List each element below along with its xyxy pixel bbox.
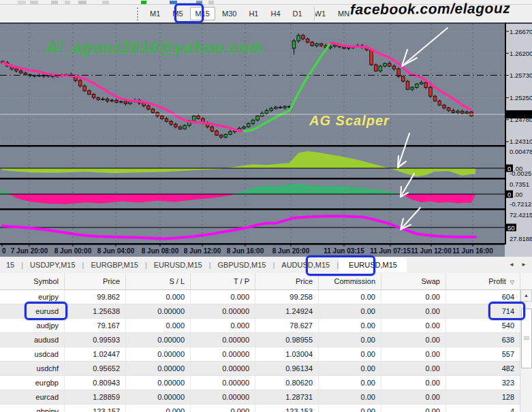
value-cell: 0.00	[381, 405, 446, 412]
svg-text:8 Jun 00:00: 8 Jun 00:00	[54, 247, 92, 255]
value-cell: 0.00	[319, 319, 381, 332]
value-cell: 638	[446, 333, 520, 347]
toolbar-separator	[314, 7, 315, 20]
svg-text:0.7351: 0.7351	[510, 180, 529, 188]
facebook-watermark: facebook.com/elagouz	[350, 0, 527, 18]
value-cell: 0.00	[381, 347, 446, 361]
value-cell: 0.00000	[191, 362, 255, 375]
chart-tab-gbpusd-m15[interactable]: GBPUSD,M15	[212, 258, 272, 272]
chart-area: 1.266701.262001.257301.252501.247801.243…	[0, 22, 532, 257]
value-cell: 4	[446, 405, 520, 412]
svg-text:8 Jun 04:00: 8 Jun 04:00	[97, 247, 135, 255]
clipped-icon	[170, 1, 177, 4]
timeframe-button-d1[interactable]: D1	[287, 7, 308, 20]
value-cell: 0.00000	[191, 347, 255, 361]
timeframe-button-m5[interactable]: M5	[167, 7, 188, 20]
value-cell: 1.28731	[255, 390, 319, 404]
value-cell: 1.25638	[65, 304, 126, 318]
clipped-icon	[18, 1, 26, 4]
value-cell: 0.80943	[65, 376, 126, 390]
sort-descending-icon[interactable]: ▽	[506, 279, 514, 285]
value-cell: 0.00	[381, 304, 446, 318]
value-cell: 0.00000	[191, 390, 255, 404]
svg-text:-0.7212: -0.7212	[510, 200, 531, 208]
svg-text:50: 50	[507, 224, 515, 232]
column-header-tp[interactable]: T / P	[191, 273, 255, 289]
chart-tab-eurusd-m15[interactable]: EURUSD,M15	[339, 257, 407, 272]
order-row-audusd[interactable]: audusd0.995930.000000.000000.989550.000.…	[0, 333, 532, 347]
svg-text:.00: .00	[514, 165, 522, 172]
chart-tab-usdjpy-m15[interactable]: USDJPY,M15	[24, 258, 81, 272]
column-header-commission[interactable]: Commission	[319, 273, 381, 289]
column-header-swap[interactable]: Swap	[381, 273, 446, 289]
timeframe-button-h1[interactable]: H1	[243, 7, 264, 20]
svg-text:1.25250: 1.25250	[510, 94, 532, 101]
chart-tab-15[interactable]: 15	[0, 258, 20, 272]
order-row-eurusd[interactable]: eurusd1.256380.000000.000001.249240.000.…	[0, 304, 532, 319]
order-row-usdcad[interactable]: usdcad1.024470.000000.000001.030040.000.…	[0, 347, 532, 362]
value-cell: 0.000	[126, 405, 191, 412]
value-cell: 0.00000	[126, 333, 191, 347]
timeframe-button-m15[interactable]: M15	[190, 7, 215, 20]
order-row-gbpjpy[interactable]: gbpjpy123.1570.0000.000123.1530.000.004	[0, 405, 532, 412]
svg-text:1.25730: 1.25730	[510, 72, 532, 79]
timeframe-button-m30[interactable]: M30	[217, 7, 242, 20]
value-cell: 557	[446, 347, 520, 361]
svg-text:0: 0	[507, 165, 511, 172]
value-cell: 0.00	[319, 405, 381, 412]
value-cell: 1.24924	[255, 304, 319, 318]
clipped-icon	[102, 1, 109, 4]
value-cell: 0.00	[319, 290, 381, 304]
svg-text:0.00478: 0.00478	[510, 148, 532, 155]
svg-text:11 Jun 16:00: 11 Jun 16:00	[452, 247, 493, 255]
order-row-eurcad[interactable]: eurcad1.288590.000000.000001.287310.000.…	[0, 390, 532, 405]
chart-tab-audusd-m15[interactable]: AUDUSD,M15	[275, 258, 336, 272]
chart-tab-eurusd-m15[interactable]: EURUSD,M15	[148, 258, 208, 272]
order-row-usdchf[interactable]: usdchf0.956520.000000.000000.961340.000.…	[0, 362, 532, 376]
clipped-icon	[196, 1, 202, 4]
value-cell: 128	[446, 390, 520, 404]
clipped-icon	[65, 1, 70, 4]
value-cell: 0.00000	[126, 376, 191, 390]
scroll-up-button[interactable]: ▲	[520, 289, 532, 302]
value-cell: 0.00000	[191, 304, 255, 318]
value-cell: 99.258	[255, 290, 319, 304]
value-cell: 0.98955	[255, 333, 319, 347]
chart-tab-eurgbp-m15[interactable]: EURGBP,M15	[84, 258, 144, 272]
svg-text:1.26670: 1.26670	[510, 28, 532, 35]
order-row-audjpy[interactable]: audjpy79.1670.0000.00078.6270.000.00540	[0, 319, 532, 333]
value-cell: 0.00	[319, 333, 381, 347]
svg-text:11 Jun 07:15: 11 Jun 07:15	[370, 247, 411, 255]
value-cell: 0.000	[126, 290, 191, 304]
column-header-profit[interactable]: Profit▽	[446, 273, 520, 289]
clipped-icon	[51, 1, 58, 4]
tab-scroll-arrows[interactable]: ◄ ►	[509, 262, 529, 268]
value-cell: 0.000	[191, 405, 255, 412]
current-price-box	[505, 110, 532, 118]
column-header-sl[interactable]: S / L	[126, 273, 191, 289]
symbol-cell: audusd	[0, 333, 65, 347]
order-row-eurgbp[interactable]: eurgbp0.809430.000000.000000.806200.000.…	[0, 376, 532, 390]
column-header-symbol[interactable]: Symbol	[0, 273, 65, 289]
column-header-price[interactable]: Price	[255, 273, 319, 289]
scrollbar-thumb[interactable]	[521, 308, 532, 368]
value-cell: 0.00000	[126, 347, 191, 361]
value-cell: 0.00000	[191, 376, 255, 390]
svg-text:8 Jun 12:00: 8 Jun 12:00	[184, 247, 221, 255]
price-chart-canvas[interactable]: 1.266701.262001.257301.252501.247801.243…	[0, 22, 532, 257]
value-cell: 1.28859	[65, 390, 126, 404]
value-cell: 123.157	[65, 405, 126, 412]
timeframe-button-h4[interactable]: H4	[265, 7, 285, 20]
timeframe-button-w1[interactable]: W1	[309, 7, 332, 20]
order-row-eurjpy[interactable]: eurjpy99.8620.0000.00099.2580.000.00604	[0, 290, 532, 304]
table-scrollbar[interactable]: ▲	[520, 289, 532, 412]
timeframe-button-m1[interactable]: M1	[144, 7, 166, 20]
value-cell: 0.00000	[126, 390, 191, 404]
value-cell: 0.80620	[255, 376, 319, 390]
value-cell: 1.02447	[65, 347, 126, 361]
svg-text:.00: .00	[514, 191, 522, 198]
email-watermark: Al_agouz2010@yahoo.com	[46, 39, 263, 57]
toolbar-drag-handle[interactable]	[137, 7, 140, 20]
column-header-price[interactable]: Price	[65, 273, 126, 289]
value-cell: 0.00	[319, 347, 381, 361]
